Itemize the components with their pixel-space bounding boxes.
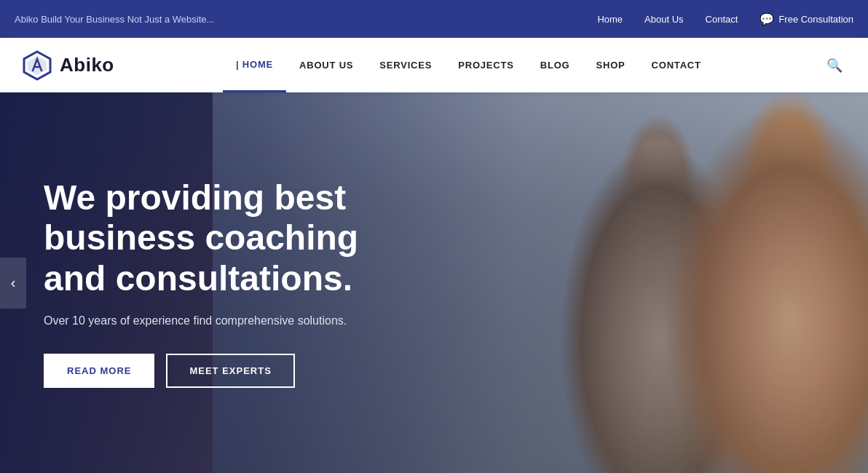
search-icon: 🔍 — [826, 57, 843, 73]
nav-link-home[interactable]: HOME — [223, 39, 286, 92]
nav-item-blog[interactable]: BLOG — [527, 39, 583, 91]
top-bar: Abiko Build Your Business Not Just a Web… — [0, 0, 868, 38]
logo-icon — [22, 50, 52, 81]
hero-buttons: READ MORE MEET EXPERTS — [44, 354, 408, 388]
hero-content: We providing best business coaching and … — [0, 178, 451, 388]
topbar-home-link[interactable]: Home — [597, 14, 623, 25]
read-more-button[interactable]: READ MORE — [44, 354, 154, 388]
hero-section: ‹ We providing best business coaching an… — [0, 92, 868, 473]
nav-link-projects[interactable]: PROJECTS — [445, 39, 526, 91]
nav-item-about[interactable]: ABOUT US — [286, 39, 366, 91]
nav-link-shop[interactable]: SHOP — [583, 39, 639, 91]
chevron-left-icon: ‹ — [11, 274, 16, 291]
topbar-contact-link[interactable]: Contact — [706, 14, 738, 25]
hero-subtext: Over 10 years of experience find compreh… — [44, 314, 408, 327]
nav-item-home[interactable]: HOME — [223, 39, 286, 92]
nav-item-shop[interactable]: SHOP — [583, 39, 639, 91]
logo-text: Abiko — [60, 54, 114, 76]
nav-link-services[interactable]: SERVICES — [366, 39, 445, 91]
hero-heading: We providing best business coaching and … — [44, 178, 408, 298]
logo[interactable]: Abiko — [22, 50, 114, 81]
nav-item-projects[interactable]: PROJECTS — [445, 39, 526, 91]
top-bar-nav: Home About Us Contact 💬 Free Consultatio… — [597, 12, 853, 26]
slider-prev-arrow[interactable]: ‹ — [0, 258, 26, 309]
meet-experts-button[interactable]: MEET EXPERTS — [166, 354, 294, 388]
main-nav: Abiko HOME ABOUT US SERVICES PROJECTS BL… — [0, 38, 868, 92]
chat-icon: 💬 — [760, 12, 774, 26]
topbar-cta[interactable]: 💬 Free Consultation — [760, 12, 853, 26]
nav-link-blog[interactable]: BLOG — [527, 39, 583, 91]
nav-item-contact[interactable]: CONTACT — [639, 39, 714, 91]
nav-link-about[interactable]: ABOUT US — [286, 39, 366, 91]
search-button[interactable]: 🔍 — [823, 54, 846, 77]
nav-link-contact[interactable]: CONTACT — [639, 39, 714, 91]
top-bar-tagline: Abiko Build Your Business Not Just a Web… — [15, 14, 214, 25]
topbar-cta-label: Free Consultation — [778, 14, 853, 25]
nav-links: HOME ABOUT US SERVICES PROJECTS BLOG SHO… — [223, 39, 714, 92]
nav-item-services[interactable]: SERVICES — [366, 39, 445, 91]
topbar-about-link[interactable]: About Us — [644, 14, 683, 25]
